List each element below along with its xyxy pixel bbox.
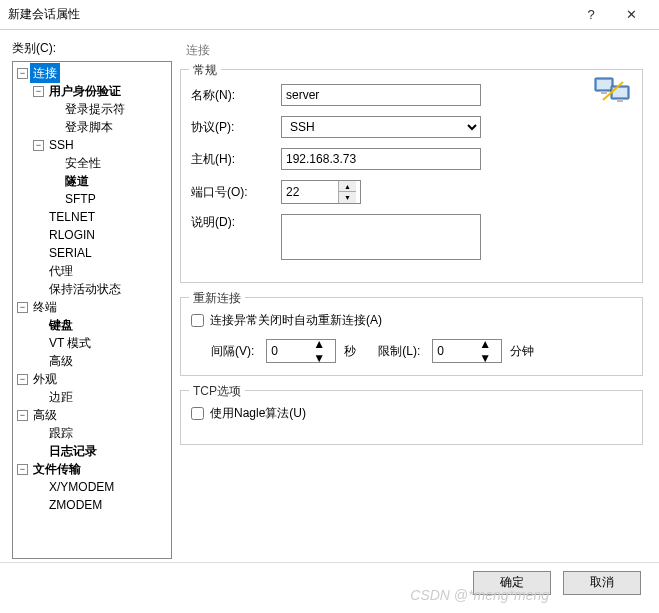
tree-item-label[interactable]: VT 模式 — [46, 333, 94, 353]
tree-item-label[interactable]: ZMODEM — [46, 495, 105, 515]
titlebar: 新建会话属性 ? ✕ — [0, 0, 659, 30]
tree-toggle-icon[interactable]: − — [17, 302, 28, 313]
tree-toggle-icon[interactable]: − — [17, 374, 28, 385]
port-label: 端口号(O): — [191, 184, 281, 201]
limit-down[interactable]: ▼ — [479, 351, 491, 365]
interval-input[interactable] — [267, 341, 313, 361]
tree-item[interactable]: 隧道 — [13, 172, 171, 190]
limit-input[interactable] — [433, 341, 479, 361]
tree-item[interactable]: −用户身份验证 — [13, 82, 171, 100]
tree-item-label[interactable]: SERIAL — [46, 243, 95, 263]
tree-item-label[interactable]: 代理 — [46, 261, 76, 281]
dialog-footer: CSDN @*meng*meng 确定 取消 — [0, 562, 659, 602]
host-input[interactable] — [281, 148, 481, 170]
tree-item[interactable]: −文件传输 — [13, 460, 171, 478]
tree-item-label[interactable]: SSH — [46, 135, 77, 155]
tree-item-label[interactable]: 边距 — [46, 387, 76, 407]
tree-toggle-icon[interactable]: − — [17, 464, 28, 475]
tree-item-label[interactable]: 隧道 — [62, 171, 92, 191]
tree-item[interactable]: ZMODEM — [13, 496, 171, 514]
tree-toggle-icon[interactable]: − — [33, 140, 44, 151]
tree-item[interactable]: 安全性 — [13, 154, 171, 172]
interval-down[interactable]: ▼ — [313, 351, 325, 365]
tree-item[interactable]: VT 模式 — [13, 334, 171, 352]
group-general: 常规 名称(N): 协议(P): SSH 主机(H): 端口号(O): ▲▼ — [180, 69, 643, 283]
host-label: 主机(H): — [191, 151, 281, 168]
tree-toggle-icon[interactable]: − — [17, 410, 28, 421]
port-input[interactable] — [282, 182, 338, 202]
protocol-label: 协议(P): — [191, 119, 281, 136]
tree-item[interactable]: −高级 — [13, 406, 171, 424]
tree-item[interactable]: 边距 — [13, 388, 171, 406]
help-button[interactable]: ? — [571, 0, 611, 30]
tree-item[interactable]: RLOGIN — [13, 226, 171, 244]
limit-stepper[interactable]: ▲▼ — [432, 339, 502, 363]
category-label: 类别(C): — [12, 40, 172, 57]
name-label: 名称(N): — [191, 87, 281, 104]
tree-item-label[interactable]: 跟踪 — [46, 423, 76, 443]
tree-item[interactable]: −终端 — [13, 298, 171, 316]
interval-up[interactable]: ▲ — [313, 337, 325, 351]
legend-general: 常规 — [189, 62, 221, 79]
tree-item-label[interactable]: 登录脚本 — [62, 117, 116, 137]
tree-item[interactable]: −连接 — [13, 64, 171, 82]
limit-up[interactable]: ▲ — [479, 337, 491, 351]
tree-item-label[interactable]: 登录提示符 — [62, 99, 128, 119]
tree-item[interactable]: 跟踪 — [13, 424, 171, 442]
port-down[interactable]: ▼ — [339, 192, 356, 203]
tree-item[interactable]: X/YMODEM — [13, 478, 171, 496]
tree-item-label[interactable]: 外观 — [30, 369, 60, 389]
tree-item-label[interactable]: 日志记录 — [46, 441, 100, 461]
tree-item[interactable]: 高级 — [13, 352, 171, 370]
tree-item[interactable]: TELNET — [13, 208, 171, 226]
tree-item-label[interactable]: 文件传输 — [30, 459, 84, 479]
tree-item[interactable]: SERIAL — [13, 244, 171, 262]
tree-item[interactable]: 登录提示符 — [13, 100, 171, 118]
desc-label: 说明(D): — [191, 214, 281, 231]
tree-item-label[interactable]: 终端 — [30, 297, 60, 317]
tree-item-label[interactable]: TELNET — [46, 207, 98, 227]
ok-button[interactable]: 确定 — [473, 571, 551, 595]
nagle-checkbox[interactable] — [191, 407, 204, 420]
tree-item-label[interactable]: 保持活动状态 — [46, 279, 124, 299]
tree-item[interactable]: −SSH — [13, 136, 171, 154]
tree-item-label[interactable]: 连接 — [30, 63, 60, 83]
port-stepper[interactable]: ▲▼ — [281, 180, 361, 204]
tree-toggle-icon[interactable]: − — [33, 86, 44, 97]
tree-item-label[interactable]: 安全性 — [62, 153, 104, 173]
nagle-label: 使用Nagle算法(U) — [210, 405, 306, 422]
cancel-button[interactable]: 取消 — [563, 571, 641, 595]
tree-item-label[interactable]: X/YMODEM — [46, 477, 117, 497]
tree-item[interactable]: 代理 — [13, 262, 171, 280]
group-tcp: TCP选项 使用Nagle算法(U) — [180, 390, 643, 445]
port-up[interactable]: ▲ — [339, 181, 356, 192]
tree-item[interactable]: 键盘 — [13, 316, 171, 334]
auto-reconnect-checkbox[interactable] — [191, 314, 204, 327]
desc-textarea[interactable] — [281, 214, 481, 260]
limit-label: 限制(L): — [378, 343, 420, 360]
tree-item-label[interactable]: SFTP — [62, 189, 99, 209]
close-button[interactable]: ✕ — [611, 0, 651, 30]
tree-item[interactable]: −外观 — [13, 370, 171, 388]
tree-item-label[interactable]: 键盘 — [46, 315, 76, 335]
window-title: 新建会话属性 — [8, 6, 571, 23]
tree-item[interactable]: 登录脚本 — [13, 118, 171, 136]
name-input[interactable] — [281, 84, 481, 106]
group-reconnect: 重新连接 连接异常关闭时自动重新连接(A) 间隔(V): ▲▼ 秒 限制(L):… — [180, 297, 643, 376]
tree-toggle-icon[interactable]: − — [17, 68, 28, 79]
minutes-label: 分钟 — [510, 343, 534, 360]
auto-reconnect-label: 连接异常关闭时自动重新连接(A) — [210, 312, 382, 329]
tree-item-label[interactable]: RLOGIN — [46, 225, 98, 245]
category-tree[interactable]: −连接−用户身份验证登录提示符登录脚本−SSH安全性隧道SFTPTELNETRL… — [12, 61, 172, 559]
tree-item-label[interactable]: 用户身份验证 — [46, 81, 124, 101]
tree-item[interactable]: SFTP — [13, 190, 171, 208]
interval-stepper[interactable]: ▲▼ — [266, 339, 336, 363]
tree-item[interactable]: 保持活动状态 — [13, 280, 171, 298]
legend-tcp: TCP选项 — [189, 383, 245, 400]
protocol-select[interactable]: SSH — [281, 116, 481, 138]
tree-item-label[interactable]: 高级 — [30, 405, 60, 425]
tree-item-label[interactable]: 高级 — [46, 351, 76, 371]
tree-item[interactable]: 日志记录 — [13, 442, 171, 460]
seconds-label: 秒 — [344, 343, 356, 360]
interval-label: 间隔(V): — [211, 343, 254, 360]
